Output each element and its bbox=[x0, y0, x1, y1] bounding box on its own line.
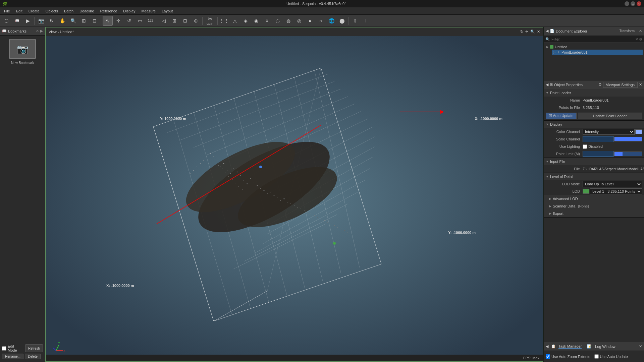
tb-arrow[interactable]: ◁ bbox=[159, 16, 169, 26]
tb-sphere[interactable]: ⬤ bbox=[337, 16, 347, 26]
auto-update-checkbox-label[interactable]: Use Auto Update bbox=[594, 354, 628, 359]
tb-grid2[interactable]: ⊟ bbox=[180, 16, 190, 26]
lod-mode-dropdown[interactable]: Load Up To Level bbox=[583, 181, 642, 187]
minimize-button[interactable]: ─ bbox=[625, 1, 629, 6]
viewport-settings-btn[interactable]: Viewport Settings bbox=[603, 82, 638, 88]
task-manager-title[interactable]: Task Manager bbox=[558, 344, 582, 349]
tb-target[interactable]: ⊕ bbox=[191, 16, 201, 26]
tb-camera[interactable]: 📷 bbox=[36, 16, 46, 26]
auto-update-button[interactable]: ☑ Auto Update bbox=[546, 113, 577, 119]
auto-update-tm-checkbox[interactable] bbox=[594, 354, 599, 359]
task-close[interactable]: ✕ bbox=[639, 344, 642, 349]
props-close[interactable]: ✕ bbox=[639, 82, 642, 87]
tb-points[interactable]: ⋮⋮ bbox=[219, 16, 229, 26]
auto-zoom-checkbox[interactable] bbox=[546, 354, 550, 359]
tb-bookmark-toggle[interactable]: ▶ bbox=[23, 16, 33, 26]
input-file-header[interactable]: ▼ Input File bbox=[544, 158, 644, 165]
edit-mode-checkbox[interactable] bbox=[2, 346, 6, 351]
collapse-btn[interactable]: ◀ bbox=[546, 29, 548, 33]
tb-scan[interactable]: ◉ bbox=[251, 16, 261, 26]
tb-mesh[interactable]: ◈ bbox=[240, 16, 251, 26]
tb-triangle[interactable]: △ bbox=[230, 16, 240, 26]
menu-display[interactable]: Display bbox=[120, 8, 138, 14]
menu-layout[interactable]: Layout bbox=[159, 8, 175, 14]
lod-header[interactable]: ▼ Level of Detail bbox=[544, 173, 644, 180]
collapse-props-btn[interactable]: ◀ bbox=[546, 82, 548, 87]
tb-move[interactable]: ✛ bbox=[113, 16, 123, 26]
scale-channel-color bbox=[614, 137, 642, 141]
delete-button[interactable]: Delete bbox=[25, 354, 41, 359]
svg-point-35 bbox=[223, 163, 224, 164]
point-loader-header[interactable]: ▼ Point Loader bbox=[544, 89, 644, 97]
doc-filter[interactable]: 🔍 ✕ ⚙ bbox=[544, 36, 644, 43]
tb-globe[interactable]: 🌐 bbox=[326, 16, 336, 26]
bookmarks-close[interactable]: ✕ bbox=[36, 29, 39, 33]
clip-button[interactable]: ✂ CLIP bbox=[204, 16, 216, 26]
tb-measure2[interactable]: ◌ bbox=[273, 16, 283, 26]
maximize-button[interactable]: □ bbox=[631, 1, 635, 6]
refresh-button[interactable]: Refresh bbox=[25, 344, 43, 352]
display-header[interactable]: ▼ Display bbox=[544, 121, 644, 128]
tb-filter[interactable]: ◎ bbox=[294, 16, 304, 26]
tb-fit[interactable]: ⊞ bbox=[79, 16, 89, 26]
menu-deadline[interactable]: Deadline bbox=[77, 8, 97, 14]
menu-edit[interactable]: Edit bbox=[13, 8, 25, 14]
refresh-icon[interactable]: ↻ bbox=[520, 29, 523, 34]
svg-point-82 bbox=[327, 222, 328, 223]
add-icon[interactable]: ✛ bbox=[525, 29, 528, 34]
tb-align[interactable]: ◊ bbox=[262, 16, 272, 26]
tb-refresh[interactable]: ↺ bbox=[124, 16, 134, 26]
zoom-icon[interactable]: 🔍 bbox=[530, 29, 535, 34]
tb-reset[interactable]: ⊟ bbox=[90, 16, 100, 26]
tb-bookmarks[interactable]: 📖 bbox=[12, 16, 22, 26]
rename-button[interactable]: Rename... bbox=[2, 354, 23, 359]
export-header[interactable]: ▶ Export bbox=[544, 210, 644, 217]
tb-select[interactable]: ⬡ bbox=[1, 16, 11, 26]
point-limit-input[interactable]: 10.000 bbox=[583, 151, 613, 157]
scale-channel-input[interactable]: 100.000 bbox=[583, 136, 613, 142]
tb-grid[interactable]: ⊞ bbox=[169, 16, 179, 26]
menu-create[interactable]: Create bbox=[26, 8, 42, 14]
filter-clear[interactable]: ✕ bbox=[635, 37, 638, 42]
use-lighting-checkbox[interactable] bbox=[583, 144, 587, 149]
tb-pan[interactable]: ✋ bbox=[57, 16, 67, 26]
tb-rotate[interactable]: ↻ bbox=[47, 16, 57, 26]
transform-tab[interactable]: Transform bbox=[618, 29, 636, 33]
lod-dropdown[interactable]: Level 1 - 3,265,110 Points bbox=[590, 188, 642, 194]
display-expand-icon: ▼ bbox=[546, 123, 549, 126]
bookmarks-pin[interactable]: ▶ bbox=[40, 29, 43, 33]
viewport: View - Untitled* ↻ ✛ 🔍 ✕ bbox=[45, 27, 543, 362]
tb-zoom[interactable]: 🔍 bbox=[68, 16, 78, 26]
menu-reference[interactable]: Reference bbox=[98, 8, 120, 14]
tb-select-tool[interactable]: ↖ bbox=[103, 16, 113, 26]
tb-bbox[interactable]: ▭ bbox=[135, 16, 145, 26]
tb-detect[interactable]: ○ bbox=[316, 16, 326, 26]
filter-input[interactable] bbox=[551, 37, 635, 41]
points-label: Points In File bbox=[546, 106, 583, 110]
viewport-canvas[interactable]: Y: 1000.0000 m Y: -1000.0000 m X: -1000.… bbox=[46, 36, 543, 361]
tb-extract[interactable]: ● bbox=[305, 16, 315, 26]
tree-root[interactable]: ▶ Untitled bbox=[545, 44, 643, 50]
auto-zoom-checkbox-label[interactable]: Use Auto Zoom Extents bbox=[546, 354, 590, 359]
tb-col[interactable]: Ⅰ bbox=[361, 16, 371, 26]
tb-classify[interactable]: ◍ bbox=[283, 16, 293, 26]
auto-update-label: Use Auto Update bbox=[600, 355, 628, 359]
menu-batch[interactable]: Batch bbox=[61, 8, 76, 14]
tree-child[interactable]: ▷ ⋮ PointLoader001 bbox=[552, 50, 643, 55]
doc-explorer-close[interactable]: ✕ bbox=[639, 29, 642, 33]
collapse-task-btn[interactable]: ◀ bbox=[546, 344, 548, 349]
tb-move2[interactable]: ⇧ bbox=[350, 16, 360, 26]
advanced-lod-header[interactable]: ▶ Advanced LOD bbox=[544, 195, 644, 202]
edit-mode-checkbox-label[interactable]: Edit Mode bbox=[2, 344, 24, 352]
menu-file[interactable]: File bbox=[1, 8, 13, 14]
log-window-tab[interactable]: Log Window bbox=[595, 345, 615, 349]
color-channel-dropdown[interactable]: Intensity bbox=[583, 129, 635, 135]
menu-objects[interactable]: Objects bbox=[43, 8, 61, 14]
scanner-data-header[interactable]: ▶ Scanner Data [None] bbox=[544, 202, 644, 210]
viewport-close[interactable]: ✕ bbox=[537, 29, 540, 34]
menu-measure[interactable]: Measure bbox=[139, 8, 158, 14]
close-button[interactable]: ✕ bbox=[637, 1, 641, 6]
tb-num[interactable]: 123 bbox=[146, 16, 156, 26]
update-point-loader-button[interactable]: Update Point Loader bbox=[578, 113, 642, 119]
filter-settings[interactable]: ⚙ bbox=[639, 37, 642, 42]
